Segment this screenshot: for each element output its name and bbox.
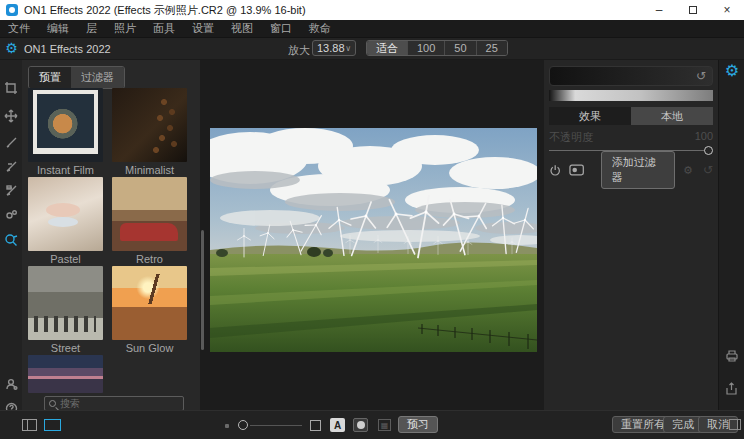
canvas-area[interactable] — [200, 60, 543, 410]
crop-tool-icon[interactable] — [3, 80, 19, 96]
zoom-value: 13.88 — [317, 42, 345, 54]
filter-options-gear-icon[interactable]: ⚙ — [683, 164, 693, 177]
soft-proof-icon[interactable]: ▦ — [377, 418, 392, 432]
preset-thumbnail — [28, 88, 103, 162]
tab-effects[interactable]: 效果 — [549, 107, 631, 125]
zoom-label: 放大 — [288, 43, 310, 58]
zoom-slider-min-icon — [225, 424, 229, 428]
tab-filters[interactable]: 过滤器 — [71, 67, 124, 88]
maximize-icon — [689, 6, 697, 14]
gradient-mask-tool-icon[interactable] — [3, 182, 19, 198]
done-button[interactable]: 完成 — [663, 416, 703, 433]
zoom-25-button[interactable]: 25 — [477, 41, 507, 55]
view-zoom-tool-icon[interactable] — [3, 232, 19, 248]
zoom-50-button[interactable]: 50 — [445, 41, 476, 55]
tab-local[interactable]: 本地 — [631, 107, 713, 125]
preset-panel-scrollbar[interactable] — [201, 230, 204, 350]
menu-layer[interactable]: 层 — [86, 21, 97, 36]
minimize-button[interactable]: – — [642, 0, 676, 20]
on1-settings-gear-icon[interactable]: ⚙ — [723, 62, 741, 80]
menu-file[interactable]: 文件 — [8, 21, 30, 36]
zoom-100-button[interactable]: 100 — [408, 41, 445, 55]
menu-help[interactable]: 救命 — [309, 21, 331, 36]
preset-partial[interactable] — [28, 355, 103, 393]
letter-a-icon: A — [330, 418, 345, 432]
menu-window[interactable]: 窗口 — [270, 21, 292, 36]
preset-panel-tabs: 预置 过滤器 — [28, 66, 125, 89]
fit-button[interactable]: 适合 — [367, 41, 408, 55]
grid-icon: ▦ — [378, 419, 391, 431]
zoom-fit-group: 适合 100 50 25 — [366, 40, 508, 56]
edit-mode-icon[interactable] — [44, 419, 61, 431]
compare-view-icon[interactable] — [308, 418, 323, 432]
filter-controls-row: 添加过滤器 ⚙ ↺ — [549, 160, 713, 180]
menu-settings[interactable]: 设置 — [192, 21, 214, 36]
clone-stamp-tool-icon[interactable] — [3, 206, 19, 222]
preset-label: Minimalist — [112, 164, 187, 176]
chevron-down-icon: ∨ — [345, 44, 351, 53]
preset-label: Sun Glow — [112, 342, 187, 354]
preset-pastel[interactable]: Pastel — [28, 177, 103, 265]
preset-label: Instant Film — [28, 164, 103, 176]
preset-thumbnail — [112, 266, 187, 340]
menu-edit[interactable]: 编辑 — [47, 21, 69, 36]
preview-button[interactable]: 预习 — [398, 416, 438, 433]
photo-windmills[interactable] — [210, 128, 537, 352]
preset-label: Retro — [112, 253, 187, 265]
opacity-row: 不透明度 100 — [549, 130, 713, 145]
panel-toggle-icon[interactable] — [729, 419, 741, 430]
preset-thumbnail — [28, 177, 103, 251]
preset-label: Street — [28, 342, 103, 354]
app-title: ON1 Effects 2022 — [24, 43, 111, 55]
preset-minimalist[interactable]: Minimalist — [112, 88, 187, 176]
filter-reset-icon[interactable]: ↺ — [703, 163, 713, 177]
menu-photo[interactable]: 照片 — [114, 21, 136, 36]
maximize-button[interactable] — [676, 0, 710, 20]
opacity-label: 不透明度 — [549, 130, 593, 145]
preset-street[interactable]: Street — [28, 266, 103, 354]
show-mask-icon[interactable] — [353, 418, 368, 432]
account-icon[interactable] — [3, 376, 19, 392]
menubar: 文件 编辑 层 照片 面具 设置 视图 窗口 救命 — [0, 20, 744, 38]
reset-icon[interactable]: ↺ — [696, 69, 706, 83]
preset-strip[interactable]: ↺ — [549, 66, 713, 86]
search-input[interactable] — [60, 398, 170, 409]
close-button[interactable]: × — [710, 0, 744, 20]
preset-thumbnail — [28, 266, 103, 340]
bottom-bar: A ▦ 预习 重置所有 完成 取消 — [0, 410, 744, 439]
menu-view[interactable]: 视图 — [231, 21, 253, 36]
export-icon[interactable] — [725, 382, 739, 394]
zoom-level-dropdown[interactable]: 13.88 ∨ — [312, 40, 356, 56]
browse-mode-icon[interactable] — [22, 419, 37, 431]
preset-instant-film[interactable]: Instant Film — [28, 88, 103, 176]
mask-icon[interactable] — [569, 164, 584, 176]
preset-sun-glow[interactable]: Sun Glow — [112, 266, 187, 354]
menu-mask[interactable]: 面具 — [153, 21, 175, 36]
app-icon — [6, 4, 18, 16]
right-edge-strip: ⚙ — [718, 60, 744, 410]
power-icon[interactable] — [549, 164, 561, 177]
show-original-icon[interactable]: A — [330, 418, 345, 432]
preset-panel: 预置 过滤器 Instant Film Minimalist Pastel Re… — [22, 60, 200, 410]
preset-thumbnail — [112, 88, 187, 162]
header: ⚙ ON1 Effects 2022 放大 13.88 ∨ 适合 100 50 … — [0, 38, 744, 60]
move-tool-icon[interactable] — [3, 108, 19, 124]
slider-knob[interactable] — [704, 146, 713, 155]
titlebar: ON1 Effects 2022 (Effects 示例照片.CR2 @ 13.… — [0, 0, 744, 20]
opacity-value: 100 — [695, 130, 713, 145]
preset-thumbnail — [28, 355, 103, 393]
preset-thumbnail — [112, 177, 187, 251]
zoom-slider-knob[interactable] — [238, 420, 248, 430]
preset-retro[interactable]: Retro — [112, 177, 187, 265]
tab-presets[interactable]: 预置 — [29, 67, 71, 88]
tool-strip — [0, 60, 22, 410]
paint-brush-tool-icon[interactable] — [3, 134, 19, 150]
print-icon[interactable] — [725, 350, 739, 362]
masking-brush-tool-icon[interactable] — [3, 158, 19, 174]
on1-gear-logo-icon: ⚙ — [4, 41, 19, 56]
add-filter-button[interactable]: 添加过滤器 — [601, 151, 675, 189]
zoom-slider-track[interactable] — [250, 425, 302, 426]
levels-gradient-bar — [549, 90, 713, 101]
window-title: ON1 Effects 2022 (Effects 示例照片.CR2 @ 13.… — [24, 3, 306, 18]
effects-panel: ↺ 效果 本地 不透明度 100 添加过滤器 ⚙ ↺ — [543, 60, 718, 410]
